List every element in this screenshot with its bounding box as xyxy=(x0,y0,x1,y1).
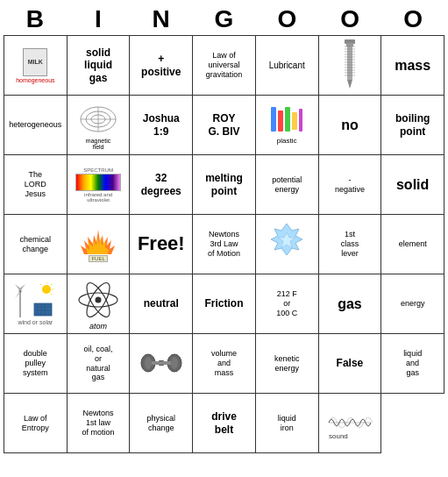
bingo-board: B I N G O O O MILK homogeneous solidliqu… xyxy=(0,0,448,457)
cell-r4-c1: chemicalchange xyxy=(4,215,68,274)
law-universal-gravitation: Law ofuniversalgravitation xyxy=(206,51,243,79)
svg-rect-21 xyxy=(271,107,276,132)
ice-image xyxy=(267,222,306,267)
drive-belt: drivebelt xyxy=(211,410,237,436)
cell-r4-c6: 1stclasslever xyxy=(319,215,382,274)
cell-r7-c1: liquidandgas xyxy=(381,334,444,394)
cell-r5-c6: 212 For100 C xyxy=(256,274,319,334)
volume-and-mass: volumeandmass xyxy=(211,349,237,377)
svg-point-51 xyxy=(96,296,102,303)
liquid-and-gas: liquidandgas xyxy=(403,349,422,377)
solid: solid xyxy=(396,176,429,193)
cell-r5-c3: atom xyxy=(68,274,131,334)
cell-r1-c1: MILK homogeneous xyxy=(4,36,68,96)
bingo-header: B I N G O O O xyxy=(4,4,444,35)
cell-r4-c2: FUEL xyxy=(68,215,131,274)
svg-line-47 xyxy=(40,284,41,285)
cell-r2-c1: heterogeneous xyxy=(4,96,68,155)
cell-r7-c7: sound xyxy=(319,394,382,453)
svg-text:sound: sound xyxy=(329,432,348,440)
free-space: Free! xyxy=(138,232,185,255)
header-o3: O xyxy=(381,4,444,35)
positive: +positive xyxy=(141,53,181,78)
solid-liquid-gas: solidliquidgas xyxy=(84,46,112,84)
cell-r1-c5: Lubricant xyxy=(256,36,319,96)
header-o2: O xyxy=(318,4,381,35)
atom-image: atom xyxy=(75,278,121,331)
newtons-1st-law: Newtons1st lawof motion xyxy=(82,409,115,437)
header-b: B xyxy=(4,4,67,35)
cell-r2-c2: magneticfield xyxy=(68,96,131,155)
cell-r1-c3: +positive xyxy=(130,36,193,96)
oil-coal-natural-gas: oil, coal,ornaturalgas xyxy=(84,345,113,382)
cell-r4-c4: Newtons3rd Lawof Motion xyxy=(193,215,256,274)
cell-r5-c5: Friction xyxy=(193,274,256,334)
false: False xyxy=(337,357,364,369)
svg-rect-25 xyxy=(299,109,302,132)
potential-energy: potentialenergy xyxy=(272,175,302,195)
no: no xyxy=(341,117,359,133)
cell-r6-c5: volumeandmass xyxy=(193,334,256,394)
cell-r4-c3: Free! xyxy=(130,215,193,274)
cell-r2-c4: ROYG. BIV xyxy=(193,96,256,155)
magnetic-field-image: magneticfield xyxy=(76,101,120,150)
svg-rect-24 xyxy=(292,112,297,130)
chemical-change: chemicalchange xyxy=(20,235,52,254)
cell-r2-c7: boilingpoint xyxy=(381,96,444,155)
cell-r3-c5: potentialenergy xyxy=(256,155,319,215)
plastic-image: plastic xyxy=(267,105,306,145)
cell-r5-c4: neutral xyxy=(130,274,193,334)
bingo-grid: MILK homogeneous solidliquidgas +positiv… xyxy=(4,35,444,453)
cell-r1-c2: solidliquidgas xyxy=(68,36,131,96)
cell-r7-c5: drivebelt xyxy=(193,394,256,453)
cell-r3-c6: -negative xyxy=(319,155,382,215)
cell-r3-c3: 32degrees xyxy=(130,155,193,215)
negative: -negative xyxy=(335,175,365,195)
cell-r3-c7: solid xyxy=(381,155,444,215)
cell-r6-c3: oil, coal,ornaturalgas xyxy=(68,334,131,394)
svg-rect-1 xyxy=(346,43,353,46)
header-o1: O xyxy=(255,4,318,35)
newtons-3rd-law: Newtons3rd Lawof Motion xyxy=(208,230,240,258)
the-lord-jesus: TheLORDJesus xyxy=(25,170,46,198)
joshua: Joshua1:9 xyxy=(143,112,180,138)
double-pulley-system: doublepulleysystem xyxy=(23,349,48,377)
mass: mass xyxy=(395,57,430,74)
cell-r7-c6: liquidiron xyxy=(256,394,319,453)
spectrum-image: SPECTRUM infrared andultraviolet xyxy=(75,167,121,203)
screw-image xyxy=(338,39,362,92)
svg-marker-34 xyxy=(15,291,20,298)
svg-line-46 xyxy=(51,294,52,295)
cell-r3-c1: TheLORDJesus xyxy=(4,155,68,215)
cell-r2-c5: plastic xyxy=(256,96,319,155)
cell-r6-c4 xyxy=(130,334,193,394)
cell-r7-c4: physicalchange xyxy=(130,394,193,453)
svg-point-54 xyxy=(145,357,152,369)
cell-r5-c1: element xyxy=(381,215,444,274)
cell-r1-c4: Law ofuniversalgravitation xyxy=(193,36,256,96)
melting-point: meltingpoint xyxy=(205,172,243,197)
header-g: G xyxy=(193,4,256,35)
cell-r1-c6 xyxy=(319,36,382,96)
element: element xyxy=(399,239,427,249)
svg-point-42 xyxy=(42,285,51,294)
cell-r1-c7: mass xyxy=(381,36,444,96)
wind-solar-image: wind or solar xyxy=(13,282,57,325)
heterogeneous: heterogeneous xyxy=(9,120,61,130)
cell-r4-c5 xyxy=(256,215,319,274)
cell-r3-c4: meltingpoint xyxy=(193,155,256,215)
svg-point-56 xyxy=(171,357,178,369)
svg-rect-2 xyxy=(347,46,352,80)
boiling-point: boilingpoint xyxy=(395,112,430,138)
svg-marker-15 xyxy=(347,80,352,89)
cell-r6-c1: energy xyxy=(381,274,444,334)
sound-image: sound xyxy=(327,405,373,442)
cell-r3-c2: SPECTRUM infrared andultraviolet xyxy=(68,155,131,215)
kenetic-energy: keneticenergy xyxy=(274,354,300,374)
cell-r7-c2: Law ofEntropy xyxy=(4,394,68,453)
svg-rect-57 xyxy=(152,361,171,365)
212f-100c: 212 For100 C xyxy=(276,289,297,317)
svg-rect-23 xyxy=(285,107,290,132)
cell-r6-c7: False xyxy=(319,334,382,394)
roy-g-biv: ROYG. BIV xyxy=(208,112,239,138)
